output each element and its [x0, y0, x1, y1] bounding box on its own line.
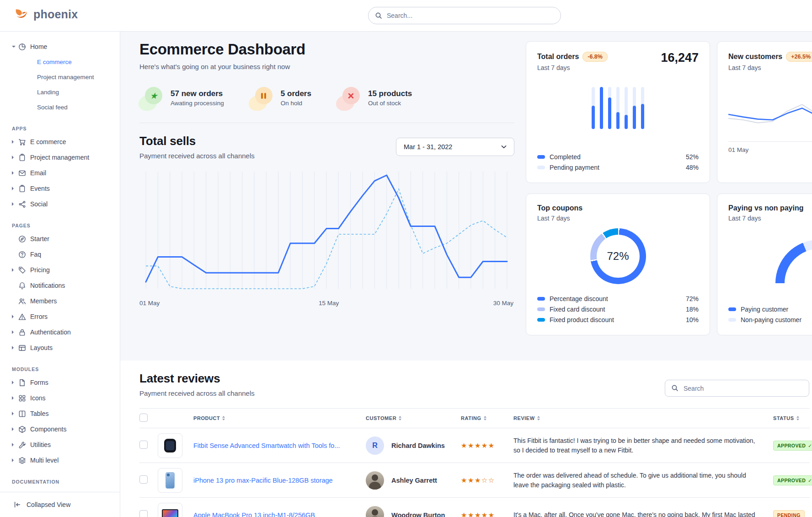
sidebar-item-errors[interactable]: Errors	[12, 309, 120, 324]
sidebar-item-components[interactable]: Components	[12, 421, 120, 437]
orders-bar-chart	[592, 87, 644, 129]
card-period: Last 7 days	[537, 215, 699, 222]
product-image-iphone[interactable]	[158, 468, 182, 493]
clipboard-icon	[18, 185, 26, 193]
date-range-select[interactable]: Mar 1 - 31, 2022	[396, 138, 514, 156]
product-link[interactable]: Apple MacBook Pro 13 inch-M1-8/256GB	[193, 512, 366, 517]
chevron-right-icon	[12, 396, 18, 400]
cube-icon	[18, 425, 26, 433]
sidebar-item-faq[interactable]: Faq	[12, 247, 120, 262]
brand-logo[interactable]: phoenix	[14, 6, 78, 22]
legend-swatch	[537, 155, 545, 159]
chart-x-axis: 01 May	[728, 141, 812, 153]
sidebar-item-forms[interactable]: Forms	[12, 375, 120, 390]
sidebar-item-home[interactable]: Home	[12, 39, 120, 54]
sidebar-item-authentication[interactable]: Authentication	[12, 324, 120, 340]
chevron-right-icon	[12, 427, 18, 431]
sidebar-item-layouts[interactable]: Layouts	[12, 340, 120, 355]
sidebar-item-social[interactable]: Social	[12, 196, 120, 212]
stats-row: ★ 57 new ordersAwating processing 5 orde…	[139, 87, 514, 109]
column-status[interactable]: STATUS	[773, 415, 810, 421]
global-search-input[interactable]	[368, 7, 561, 24]
table-row[interactable]: Apple MacBook Pro 13 inch-M1-8/256GB Woo…	[139, 498, 810, 517]
legend-completed: Completed52%	[537, 151, 699, 162]
sidebar-section-modules: MODULES	[12, 366, 120, 372]
column-customer[interactable]: CUSTOMER	[366, 415, 461, 421]
review-text: The order was delivered ahead of schedul…	[513, 471, 773, 490]
total-sells-title: Total sells	[139, 134, 255, 148]
x-tick: 30 May	[493, 300, 513, 307]
row-checkbox[interactable]	[139, 510, 148, 517]
column-product[interactable]: PRODUCT	[193, 415, 366, 421]
product-link[interactable]: Fitbit Sense Advanced Smartwatch with To…	[193, 442, 366, 449]
new-customers-card: New customers+26.5% Last 7 days 01 May	[717, 41, 812, 183]
columns-icon	[18, 410, 26, 418]
table-row[interactable]: iPhone 13 pro max-Pacific Blue-128GB sto…	[139, 463, 810, 498]
sidebar-section-documentation: DOCUMENTATION	[12, 479, 120, 485]
chevron-right-icon	[12, 443, 18, 447]
clipboard-icon	[18, 154, 26, 162]
sort-icon	[537, 416, 540, 420]
layout-icon	[18, 344, 26, 352]
x-icon	[342, 87, 360, 104]
rating-stars: ★★★★★	[461, 442, 513, 450]
avatar	[366, 471, 384, 490]
card-title: New customers	[728, 53, 782, 60]
row-checkbox[interactable]	[139, 441, 148, 449]
sidebar-item-project-management[interactable]: Project management	[12, 150, 120, 165]
sidebar: Home E commerce Project management Landi…	[0, 32, 120, 517]
chevron-right-icon	[12, 458, 18, 462]
product-image-macbook[interactable]	[158, 503, 182, 517]
sidebar-item-label: Home	[30, 43, 47, 50]
column-review[interactable]: REVIEW	[513, 415, 773, 421]
bell-icon	[18, 282, 26, 290]
sidebar-section-apps: APPS	[12, 126, 120, 131]
card-title: Paying vs non paying	[728, 204, 803, 212]
sidebar-item-members[interactable]: Members	[12, 293, 120, 309]
product-link[interactable]: iPhone 13 pro max-Pacific Blue-128GB sto…	[193, 477, 366, 484]
delta-badge: -6.8%	[582, 52, 608, 62]
sort-icon	[222, 416, 225, 420]
sidebar-item-multi-level[interactable]: Multi level	[12, 452, 120, 468]
sort-icon	[484, 416, 486, 420]
chevron-right-icon	[12, 187, 18, 190]
sidebar-item-utilities[interactable]: Utilities	[12, 437, 120, 452]
product-image-smartwatch[interactable]	[158, 433, 182, 458]
delta-badge: +26.5%	[786, 52, 812, 62]
chevron-right-icon	[12, 330, 18, 334]
sidebar-item-icons[interactable]: Icons	[12, 390, 120, 406]
dashboard-overview: Ecommerce Dashboard Here's what's going …	[120, 32, 812, 361]
status-badge: APPROVED✓	[773, 475, 812, 485]
chevron-down-icon	[12, 46, 18, 48]
x-tick: 15 May	[319, 300, 339, 307]
chevron-right-icon	[12, 412, 18, 415]
select-all-checkbox[interactable]	[139, 414, 148, 422]
total-orders-card: Total orders-6.8% Last 7 days 16,247 Com…	[526, 41, 710, 183]
sidebar-item-events[interactable]: Events	[12, 181, 120, 196]
customer-name: Richard Dawkins	[391, 442, 445, 449]
sidebar-item-ecommerce[interactable]: E commerce	[12, 134, 120, 150]
legend-swatch	[537, 166, 545, 169]
sidebar-item-pricing[interactable]: Pricing	[12, 262, 120, 278]
sidebar-item-starter[interactable]: Starter	[12, 231, 120, 247]
sort-icon	[399, 416, 401, 420]
column-rating[interactable]: RATING	[461, 415, 513, 421]
row-checkbox[interactable]	[139, 475, 148, 484]
table-row[interactable]: Fitbit Sense Advanced Smartwatch with To…	[139, 428, 810, 463]
sidebar-item-home-social-feed[interactable]: Social feed	[37, 100, 120, 115]
collapse-sidebar-button[interactable]: Collapsed View	[0, 492, 120, 517]
sidebar-item-home-landing[interactable]: Landing	[37, 85, 120, 100]
legend-swatch	[537, 297, 545, 301]
main-content: Ecommerce Dashboard Here's what's going …	[120, 32, 812, 517]
layers-icon	[18, 457, 26, 464]
sidebar-item-notifications[interactable]: Notifications	[12, 278, 120, 293]
reviews-search-input[interactable]	[665, 380, 809, 397]
sidebar-item-tables[interactable]: Tables	[12, 406, 120, 421]
avatar	[366, 506, 384, 517]
sidebar-item-home-ecommerce[interactable]: E commerce	[37, 54, 120, 70]
sidebar-item-email[interactable]: Email	[12, 165, 120, 181]
review-text: It's a Mac, after all. Once you've gone …	[513, 510, 773, 517]
chevron-right-icon	[12, 346, 18, 350]
sidebar-item-home-project-management[interactable]: Project management	[37, 70, 120, 85]
file-icon	[18, 379, 26, 387]
